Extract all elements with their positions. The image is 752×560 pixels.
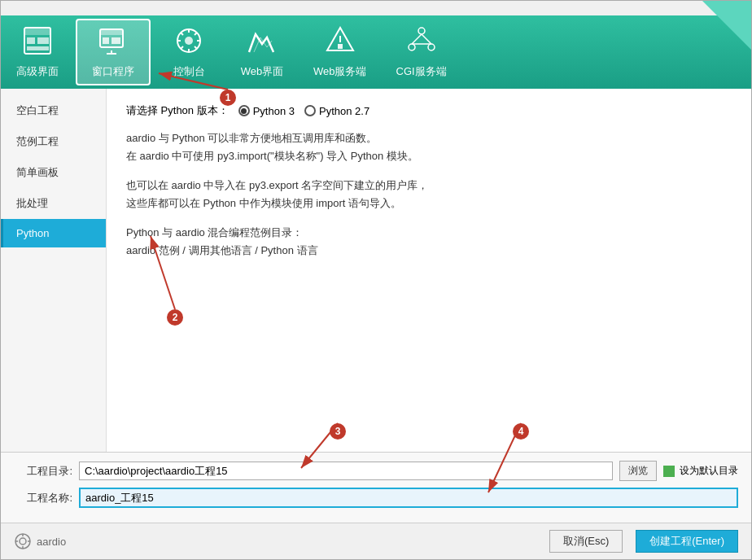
title-bar: × [1, 1, 751, 15]
svg-line-18 [195, 46, 197, 49]
default-dir-label: 设为默认目录 [680, 464, 738, 478]
toolbar-label-cgi-server: CGI服务端 [396, 64, 447, 79]
python-version-row: 请选择 Python 版本： Python 3 Python 2.7 [126, 103, 732, 118]
toolbar-label-web-ui: Web界面 [241, 64, 284, 79]
create-project-button[interactable]: 创建工程(Enter) [636, 530, 738, 553]
desc-line-3: 也可以在 aardio 中导入在 py3.export 名字空间下建立的用户库， [126, 177, 732, 195]
svg-point-31 [20, 538, 26, 545]
toolbar: 高级界面 窗口程序 [1, 15, 751, 89]
svg-rect-1 [24, 28, 50, 35]
svg-rect-8 [111, 37, 120, 44]
svg-line-27 [412, 34, 422, 44]
python3-label: Python 3 [253, 105, 295, 117]
toolbar-label-console: 控制台 [173, 64, 205, 79]
toolbar-item-web-server[interactable]: Web服务端 [299, 15, 382, 89]
svg-rect-6 [100, 29, 123, 35]
python27-label: Python 2.7 [319, 105, 369, 117]
project-name-row: 工程名称: [14, 488, 738, 508]
svg-point-25 [409, 44, 415, 50]
project-dir-label: 工程目录: [14, 464, 72, 479]
svg-rect-7 [103, 37, 109, 44]
window-program-icon [98, 26, 128, 59]
description-section-1: aardio 与 Python 可以非常方便地相互调用库和函数。 在 aardi… [126, 129, 732, 165]
svg-point-26 [428, 44, 435, 50]
advanced-ui-icon [23, 26, 52, 59]
toolbar-item-window-program[interactable]: 窗口程序 [76, 19, 151, 85]
toolbar-item-cgi-server[interactable]: CGI服务端 [382, 15, 461, 89]
aardio-logo-icon [14, 532, 32, 550]
svg-line-19 [195, 33, 197, 35]
svg-line-20 [181, 46, 183, 49]
sidebar-item-blank-project[interactable]: 空白工程 [1, 95, 106, 126]
toolbar-label-advanced-ui: 高级界面 [16, 64, 59, 79]
project-name-input[interactable] [79, 488, 738, 508]
sidebar-item-simple-canvas[interactable]: 简单画板 [1, 157, 106, 188]
aardio-logo-text: aardio [37, 536, 66, 548]
sidebar-item-batch-process[interactable]: 批处理 [1, 188, 106, 219]
project-dir-input[interactable] [79, 462, 613, 480]
toolbar-item-console[interactable]: 控制台 [152, 15, 225, 89]
svg-rect-3 [37, 37, 49, 44]
web-server-icon [326, 26, 355, 59]
toolbar-item-advanced-ui[interactable]: 高级界面 [1, 15, 74, 89]
main-area: 空白工程 范例工程 简单画板 批处理 Python 请选择 Python 版本：… [1, 89, 751, 452]
main-window: × 高级界面 [0, 0, 752, 560]
python-version-label: 请选择 Python 版本： [126, 103, 229, 118]
console-icon [174, 26, 203, 59]
cancel-button[interactable]: 取消(Esc) [549, 530, 623, 553]
content-area: 请选择 Python 版本： Python 3 Python 2.7 aardi… [107, 89, 751, 452]
svg-rect-4 [27, 46, 49, 50]
python27-radio[interactable] [304, 105, 316, 116]
toolbar-item-web-ui[interactable]: Web界面 [225, 15, 299, 89]
web-ui-icon [247, 26, 277, 59]
action-row: aardio 取消(Esc) 创建工程(Enter) [1, 523, 751, 559]
sidebar: 空白工程 范例工程 简单画板 批处理 Python [1, 89, 107, 452]
default-dir-row: 设为默认目录 [663, 464, 738, 478]
browse-button[interactable]: 浏览 [619, 461, 657, 481]
desc-line-1: aardio 与 Python 可以非常方便地相互调用库和函数。 [126, 129, 732, 147]
sidebar-item-python[interactable]: Python [1, 219, 106, 247]
desc-line-6: aardio 范例 / 调用其他语言 / Python 语言 [126, 242, 732, 260]
toolbar-label-window-program: 窗口程序 [92, 64, 134, 79]
python3-radio[interactable] [238, 105, 250, 116]
svg-rect-2 [27, 37, 35, 44]
svg-point-24 [418, 28, 425, 34]
description-section-3: Python 与 aardio 混合编程范例目录： aardio 范例 / 调用… [126, 224, 732, 260]
python3-option[interactable]: Python 3 [238, 105, 295, 117]
svg-rect-22 [338, 44, 343, 49]
green-square-icon [663, 466, 675, 477]
description-section-2: 也可以在 aardio 中导入在 py3.export 名字空间下建立的用户库，… [126, 177, 732, 212]
cgi-server-icon [407, 26, 436, 59]
bottom-bar: 工程目录: 浏览 设为默认目录 工程名称: [1, 452, 751, 523]
svg-point-12 [185, 37, 193, 45]
svg-line-17 [181, 33, 183, 35]
sidebar-item-sample-project[interactable]: 范例工程 [1, 126, 106, 157]
toolbar-decoration [702, 1, 751, 50]
toolbar-label-web-server: Web服务端 [313, 64, 367, 79]
svg-line-28 [422, 34, 431, 44]
desc-line-5: Python 与 aardio 混合编程范例目录： [126, 224, 732, 242]
desc-line-4: 这些库都可以在 Python 中作为模块使用 import 语句导入。 [126, 195, 732, 212]
desc-line-2: 在 aardio 中可使用 py3.import("模块名称") 导入 Pyth… [126, 147, 732, 165]
project-dir-row: 工程目录: 浏览 设为默认目录 [14, 461, 738, 481]
python27-option[interactable]: Python 2.7 [304, 105, 369, 117]
project-name-label: 工程名称: [14, 491, 72, 505]
